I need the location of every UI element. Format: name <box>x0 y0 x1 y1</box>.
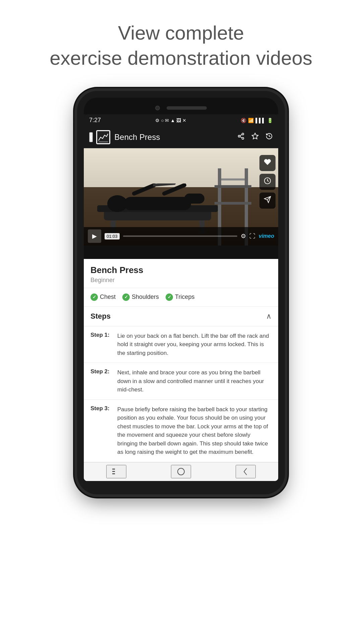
app-bar-actions <box>237 132 273 142</box>
status-icons-right: 🔇 📶 ▌▌▌ 🔋 <box>241 118 273 123</box>
svg-rect-27 <box>112 471 115 472</box>
play-icon: ▶ <box>92 232 97 240</box>
camera-dot <box>155 106 160 110</box>
svg-point-3 <box>238 135 240 137</box>
step-3-text: Pause briefly before raising the barbell… <box>117 405 272 457</box>
exercise-header: Bench Press Beginner <box>84 259 278 288</box>
svg-point-4 <box>242 137 244 139</box>
svg-marker-7 <box>252 133 258 139</box>
steps-title: Steps <box>90 312 111 321</box>
exercise-level: Beginner <box>90 277 272 284</box>
mute-icon: 🔇 <box>241 118 246 123</box>
like-button[interactable] <box>259 155 276 171</box>
step-2-text: Next, inhale and brace your core as you … <box>117 368 272 394</box>
step-3-label: Step 3: <box>90 405 114 457</box>
muscle-tag-triceps: ✓ Triceps <box>166 293 194 301</box>
status-time: 7:27 <box>89 117 101 124</box>
app-logo <box>96 130 110 144</box>
check-circle-triceps: ✓ <box>166 293 173 301</box>
muscle-tag-shoulders: ✓ Shoulders <box>122 293 159 301</box>
phone-notch <box>84 98 278 114</box>
step-1-label: Step 1: <box>90 332 114 358</box>
nav-home-button[interactable] <box>171 465 191 478</box>
muscle-name-chest: Chest <box>100 293 116 301</box>
status-bar: 7:27 ⚙ ○ ✉ ▲ 🖼 ✕ 🔇 📶 ▌▌▌ 🔋 <box>84 114 278 126</box>
speaker-grill <box>167 106 207 110</box>
svg-line-22 <box>154 183 174 185</box>
send-button[interactable] <box>259 193 276 209</box>
phone-frame: 7:27 ⚙ ○ ✉ ▲ 🖼 ✕ 🔇 📶 ▌▌▌ 🔋 ‹ <box>77 91 285 494</box>
svg-line-5 <box>240 137 242 138</box>
svg-line-20 <box>134 185 154 194</box>
svg-rect-10 <box>215 185 251 188</box>
svg-line-6 <box>240 135 242 136</box>
muscle-name-triceps: Triceps <box>175 293 194 301</box>
phone-container: 7:27 ⚙ ○ ✉ ▲ 🖼 ✕ 🔇 📶 ▌▌▌ 🔋 ‹ <box>0 84 362 494</box>
vimeo-logo: vimeo <box>259 233 274 239</box>
video-timestamp: 01:03 <box>105 233 120 239</box>
svg-line-21 <box>164 185 184 194</box>
clock-icon <box>264 177 271 186</box>
check-circle-shoulders: ✓ <box>122 293 130 301</box>
muscle-tag-chest: ✓ Chest <box>90 293 116 301</box>
step-2: Step 2: Next, inhale and brace your core… <box>84 363 278 400</box>
battery-icon: 🔋 <box>267 118 273 123</box>
wifi-icon: 📶 <box>248 118 254 123</box>
steps-header: Steps ∧ <box>84 307 278 326</box>
svg-rect-18 <box>124 197 191 210</box>
exercise-title: Bench Press <box>90 265 272 275</box>
play-button[interactable]: ▶ <box>88 229 101 243</box>
step-1: Step 1: Lie on your back on a flat bench… <box>84 326 278 363</box>
nav-back-button[interactable] <box>236 465 256 478</box>
send-icon <box>264 196 271 205</box>
page-header: View complete exercise demonstration vid… <box>0 0 362 84</box>
signal-icon: ▌▌▌ <box>255 118 265 123</box>
step-1-text: Lie on your back on a flat bench. Lift t… <box>117 332 272 358</box>
muscle-tags: ✓ Chest ✓ Shoulders ✓ Trice <box>84 288 278 307</box>
svg-rect-28 <box>112 473 115 474</box>
svg-rect-11 <box>215 202 251 205</box>
video-progress-bar[interactable] <box>123 235 237 237</box>
svg-rect-19 <box>184 194 204 204</box>
checkmark-icon-2: ✓ <box>124 294 128 300</box>
app-bar: ‹ Bench Press <box>84 126 278 148</box>
phone-bottom <box>84 481 278 488</box>
phone-screen: 7:27 ⚙ ○ ✉ ▲ 🖼 ✕ 🔇 📶 ▌▌▌ 🔋 ‹ <box>84 114 278 481</box>
checkmark-icon: ✓ <box>93 294 96 300</box>
timer-button[interactable] <box>259 174 276 190</box>
status-icons-left: ⚙ ○ ✉ ▲ 🖼 ✕ <box>155 118 186 123</box>
check-circle-chest: ✓ <box>90 293 98 301</box>
back-button[interactable]: ‹ <box>89 132 93 142</box>
heart-icon <box>264 158 271 167</box>
step-3: Step 3: Pause briefly before raising the… <box>84 400 278 462</box>
nav-bar <box>84 462 278 481</box>
nav-menu-button[interactable] <box>106 465 126 478</box>
page-headline: View complete exercise demonstration vid… <box>13 20 349 71</box>
svg-point-2 <box>242 133 244 135</box>
svg-point-29 <box>178 468 184 475</box>
video-settings-icon[interactable]: ⚙ <box>241 232 246 240</box>
content-area: Bench Press Beginner ✓ Chest ✓ <box>84 259 278 481</box>
collapse-icon[interactable]: ∧ <box>266 312 272 321</box>
svg-rect-26 <box>112 469 115 470</box>
fullscreen-icon[interactable]: ⛶ <box>249 233 255 240</box>
svg-rect-12 <box>221 178 245 180</box>
exercise-name-bar: Bench Press <box>114 132 237 142</box>
history-icon[interactable] <box>265 132 273 142</box>
checkmark-icon-3: ✓ <box>168 294 171 300</box>
dark-separator <box>84 246 278 259</box>
notification-icons: ⚙ ○ ✉ ▲ 🖼 ✕ <box>155 118 186 123</box>
video-side-actions <box>259 155 276 209</box>
muscle-name-shoulders: Shoulders <box>132 293 159 301</box>
share-icon[interactable] <box>237 132 245 142</box>
video-player[interactable]: ▶ 01:03 ⚙ ⛶ vimeo <box>84 148 278 246</box>
step-2-label: Step 2: <box>90 368 114 394</box>
star-icon[interactable] <box>251 132 259 142</box>
video-controls: ▶ 01:03 ⚙ ⛶ vimeo <box>84 227 278 246</box>
